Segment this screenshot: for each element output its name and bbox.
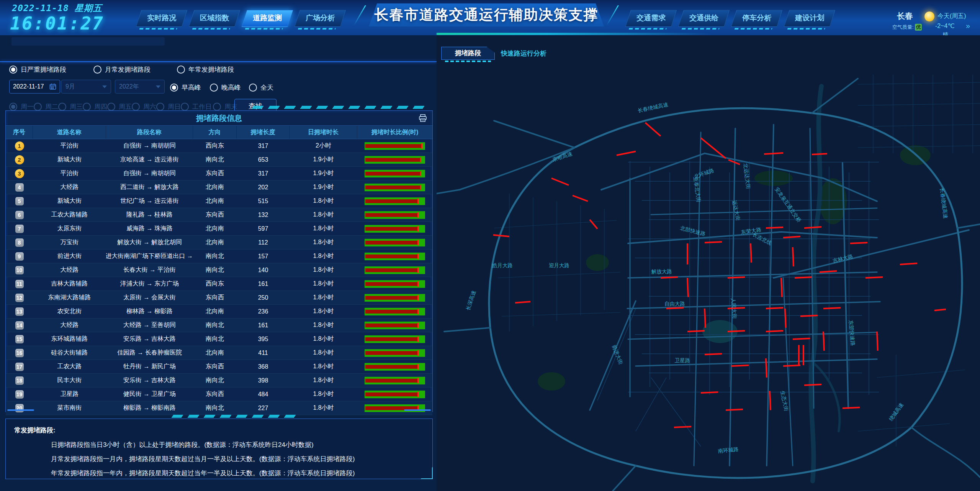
congestion-segment bbox=[645, 123, 661, 136]
table-row[interactable]: 19卫星路健民街 → 卫星广场东向西4841.8小时 bbox=[6, 388, 432, 401]
radio-period-月常发拥堵路段[interactable]: 月常发拥堵路段 bbox=[93, 65, 151, 74]
cell-direction: 南向北 bbox=[193, 335, 237, 343]
scrollbar-hint-left[interactable] bbox=[7, 409, 34, 411]
table-row[interactable]: 18民丰大街安乐街 → 吉林大路南向北3981.8小时 bbox=[6, 374, 432, 388]
road-label: 卫星路 bbox=[675, 358, 690, 363]
scrollbar-hint-right[interactable] bbox=[404, 409, 431, 411]
table-row[interactable]: 1平治街自强街 → 南胡胡同西向东3172小时 bbox=[6, 139, 432, 153]
nav-tab-区域指数[interactable]: 区域指数 bbox=[189, 10, 240, 27]
month-select[interactable]: 9月 bbox=[61, 80, 111, 94]
nav-tab-实时路况[interactable]: 实时路况 bbox=[136, 10, 187, 27]
cell-rank: 13 bbox=[6, 307, 33, 316]
ratio-bar-fill bbox=[365, 324, 419, 327]
rank-badge: 4 bbox=[15, 183, 24, 192]
congestion-table-panel: 拥堵路段信息 序号道路名称路段名称方向拥堵长度日拥堵时长拥堵时长比例(时) 1平… bbox=[5, 110, 433, 412]
nav-tab-道路监测[interactable]: 道路监测 bbox=[242, 10, 293, 27]
table-row[interactable]: 11吉林大路辅路洋浦大街 → 东方广场西向东1611.8小时 bbox=[6, 277, 432, 291]
table-row[interactable]: 16硅谷大街辅路佳园路 → 长春肿瘤医院北向南4111.8小时 bbox=[6, 346, 432, 360]
nav-tab-建设计划[interactable]: 建设计划 bbox=[784, 10, 835, 27]
cell-length: 317 bbox=[237, 170, 290, 177]
ratio-bar-fill bbox=[365, 144, 422, 148]
rank-badge: 20 bbox=[15, 404, 24, 412]
radio-label: 工作日 bbox=[192, 102, 212, 111]
table-row[interactable]: 7太原东街威海路 → 珠海路北向南5971.8小时 bbox=[6, 222, 432, 236]
decor-streak bbox=[353, 5, 366, 25]
table-row[interactable]: 9前进大街前进大街南湖广场下桥匝道出口 → ...南向北1571.8小时 bbox=[6, 250, 432, 263]
congestion-ratio-bar bbox=[365, 266, 425, 274]
ratio-bar-fill bbox=[365, 213, 419, 217]
cell-ratio bbox=[357, 349, 432, 357]
radio-peak-早高峰[interactable]: 早高峰 bbox=[170, 83, 201, 92]
highway bbox=[911, 427, 980, 477]
printer-icon[interactable] bbox=[419, 114, 427, 122]
radio-icon bbox=[93, 66, 101, 74]
cell-direction: 东向西 bbox=[193, 294, 237, 302]
cell-segment: 自强街 → 南胡胡同 bbox=[106, 169, 193, 177]
table-row[interactable]: 10大经路长春大街 → 平治街南向北1401.8小时 bbox=[6, 263, 432, 277]
table-row[interactable]: 6工农大路辅路隆礼路 → 桂林路东向西1321.8小时 bbox=[6, 208, 432, 222]
congestion-segment bbox=[766, 227, 783, 228]
congestion-segment bbox=[617, 151, 636, 155]
nav-tab-广场分析[interactable]: 广场分析 bbox=[294, 10, 346, 27]
radio-peak-晚高峰[interactable]: 晚高峰 bbox=[210, 83, 241, 92]
cell-segment: 洋浦大街 → 东方广场 bbox=[106, 280, 193, 288]
cell-road: 菜市南街 bbox=[33, 404, 106, 412]
highway bbox=[494, 121, 574, 148]
radio-period-日严重拥堵路段[interactable]: 日严重拥堵路段 bbox=[9, 65, 66, 74]
congestion-segment bbox=[705, 242, 722, 243]
cell-ratio bbox=[357, 239, 432, 246]
table-row[interactable]: 3平治街自强街 → 南胡胡同东向西3171.9小时 bbox=[6, 167, 432, 181]
congestion-segment bbox=[515, 302, 530, 303]
cell-road: 太原东街 bbox=[33, 225, 106, 233]
congestion-ratio-bar bbox=[365, 377, 425, 384]
city-traffic-map[interactable]: 北环城路亚泰北大街北远达大街远达大街东荣大路北部快速路长吉北线安龙泉互通立交桥长… bbox=[437, 63, 980, 491]
cell-length: 236 bbox=[237, 308, 290, 315]
cell-length: 157 bbox=[237, 253, 290, 260]
table-row[interactable]: 14大经路大经路 → 至善胡同南向北1611.8小时 bbox=[6, 319, 432, 332]
cell-duration: 1.8小时 bbox=[290, 390, 357, 398]
street bbox=[877, 370, 965, 378]
date-picker[interactable]: 2022-11-17 bbox=[9, 80, 60, 94]
nav-tab-停车分析[interactable]: 停车分析 bbox=[731, 10, 782, 27]
year-select[interactable]: 2022年 bbox=[115, 80, 165, 94]
air-quality: 空气质量: 优 bbox=[892, 24, 922, 31]
rank-badge: 11 bbox=[15, 280, 24, 288]
tab-congested-segments[interactable]: 拥堵路段 bbox=[441, 47, 495, 60]
table-row[interactable]: 17工农大路牡丹街 → 新民广场东向西3681.8小时 bbox=[6, 360, 432, 374]
nav-tab-交通供给[interactable]: 交通供给 bbox=[678, 10, 730, 27]
decor-dashes bbox=[252, 106, 430, 109]
weather-more-arrow[interactable]: » bbox=[966, 21, 970, 30]
highway bbox=[613, 466, 636, 491]
table-row[interactable]: 20菜市南街柳影路 → 柳影南路南向北2271.8小时 bbox=[6, 401, 432, 415]
cell-length: 484 bbox=[237, 391, 290, 398]
congestion-ratio-bar bbox=[365, 308, 425, 315]
table-row[interactable]: 8万宝街解放大街 → 解放北胡同北向南1121.8小时 bbox=[6, 236, 432, 250]
major-road bbox=[730, 128, 735, 466]
street bbox=[498, 272, 620, 278]
nav-group-left: 实时路况区域指数道路监测广场分析 bbox=[139, 10, 343, 27]
ring-expressway bbox=[489, 108, 962, 478]
nav-tab-交通需求[interactable]: 交通需求 bbox=[625, 10, 677, 27]
ratio-bar-cap bbox=[417, 337, 419, 342]
street bbox=[636, 378, 666, 431]
radio-peak-全天[interactable]: 全天 bbox=[249, 83, 273, 92]
table-row[interactable]: 15东环城路辅路安乐路 → 吉林大路南向北3951.8小时 bbox=[6, 332, 432, 346]
table-row[interactable]: 5新城大街世纪广场 → 连云港街北向南5151.8小时 bbox=[6, 194, 432, 208]
congestion-segment bbox=[793, 338, 810, 339]
radio-label: 全天 bbox=[260, 83, 273, 92]
tab-expressway-analysis[interactable]: 快速路运行分析 bbox=[501, 49, 546, 58]
cell-direction: 南向北 bbox=[193, 404, 237, 412]
cell-rank: 15 bbox=[6, 335, 33, 343]
table-row[interactable]: 13农安北街柳林路 → 柳影路北向南2361.8小时 bbox=[6, 305, 432, 319]
ratio-bar-fill bbox=[365, 351, 419, 355]
cell-segment: 西二道街 → 解放大路 bbox=[106, 183, 193, 191]
table-row[interactable]: 4大经路西二道街 → 解放大路北向南2021.9小时 bbox=[6, 181, 432, 194]
congestion-ratio-bar bbox=[365, 391, 425, 398]
congestion-ratio-bar bbox=[365, 197, 425, 205]
radio-period-年常发拥堵路段[interactable]: 年常发拥堵路段 bbox=[177, 65, 234, 74]
table-row[interactable]: 2新城大街京哈高速 → 连云港街南向北6531.9小时 bbox=[6, 153, 432, 167]
rank-badge: 1 bbox=[15, 141, 24, 151]
cell-segment: 健民街 → 卫星广场 bbox=[106, 390, 193, 398]
cell-rank: 10 bbox=[6, 266, 33, 274]
table-row[interactable]: 12东南湖大路辅路太原街 → 会展大街东向西2501.8小时 bbox=[6, 291, 432, 305]
